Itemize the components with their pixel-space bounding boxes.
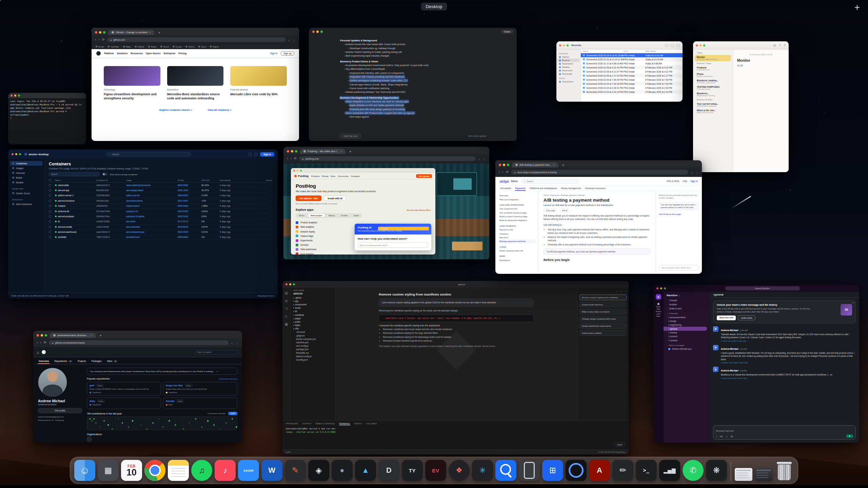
app-list-item[interactable]: Web analytics: [296, 225, 354, 229]
note-list-item[interactable]: Blueberry... Wednesday Tracking: [695, 91, 731, 98]
agent-mode-dropdown[interactable]: Agent: [614, 442, 625, 447]
cursor-position-label[interactable]: Ln 42, Col 8 UTF-8 TypeScript: [598, 451, 625, 453]
learn-more-button[interactable]: Learn more: [738, 316, 755, 320]
row-checkbox[interactable]: [49, 210, 51, 212]
row-checkbox[interactable]: [49, 220, 51, 223]
window-notes-app[interactable]: Today Monitor 11:03 No additional text P…: [693, 41, 789, 172]
posthog-logo[interactable]: PostHog: [294, 175, 309, 178]
panel-tab[interactable]: Output: [302, 422, 311, 425]
repo-card[interactable]: Keep-Live-Cart Public Instant keep-alive…: [163, 382, 237, 395]
finder-file-row[interactable]: Screenshot 2025-02-05 at 7.45.09 PM PNG …: [581, 78, 683, 82]
zoom-icon[interactable]: [45, 334, 47, 337]
bookmark-item[interactable]: Linear: [173, 45, 181, 48]
file-tree-item[interactable]: tsconfig.json: [291, 358, 335, 361]
window-posthog[interactable]: PostHog - We make dev t... posthog.com P…: [283, 147, 489, 260]
docker-sidebar-item[interactable]: Add Extensions: [10, 202, 43, 206]
sign-up-button[interactable]: Sign up: [281, 51, 294, 56]
note-list-item[interactable]: Monitor 11:03 No additional text: [695, 55, 731, 61]
app-list-item[interactable]: Product analytics: [296, 220, 354, 225]
forward-icon[interactable]: [502, 170, 503, 174]
docs-header-link[interactable]: Help: [683, 180, 687, 182]
attach-icon[interactable]: +: [716, 435, 717, 438]
chat-history-item[interactable]: Change badge contained dark mode: [579, 316, 627, 322]
edit-profile-button[interactable]: Edit profile: [38, 408, 82, 413]
channel-item[interactable]: general: [664, 327, 707, 330]
avatar[interactable]: A: [713, 367, 718, 372]
docker-sidebar-item[interactable]: Containers: [10, 161, 43, 166]
file-tree-item[interactable]: .env.local: [291, 330, 335, 334]
file-tree-item[interactable]: styles: [291, 324, 335, 327]
minimize-icon[interactable]: [660, 287, 662, 289]
posthog-nav-item[interactable]: Docs: [331, 175, 335, 177]
forward-icon[interactable]: [290, 157, 291, 160]
bookmark-item[interactable]: Notion: [185, 45, 194, 48]
row-checkbox[interactable]: [49, 194, 51, 197]
collapse-icon[interactable]: ⌄: [616, 290, 618, 293]
channels-section-label[interactable]: Channels: [664, 310, 710, 315]
address-bar[interactable]: github.com: [107, 37, 285, 42]
thread-reply-link[interactable]: 1 reply Last reply 5 days ago: [721, 340, 856, 342]
ask-docs-input[interactable]: [659, 265, 699, 270]
rail-item[interactable]: Activity: [656, 310, 661, 312]
dock-icon[interactable]: ▂▅▇: [659, 460, 680, 481]
container-row[interactable]: protocol-db 4074ab076b0 postgres:15 5433…: [49, 209, 274, 214]
share-icon[interactable]: [779, 44, 781, 47]
message-input[interactable]: [716, 430, 853, 432]
avatar[interactable]: A: [713, 326, 718, 332]
reload-icon[interactable]: [506, 170, 509, 174]
window-code-editor[interactable]: aerovd ▤ ◎ ⌥ ▷ ▦ EXPLORER AEROVD .github…: [282, 281, 629, 454]
profile-tab[interactable]: Repositories6: [54, 359, 73, 364]
dock-icon[interactable]: ✆: [683, 460, 704, 481]
dock-icon[interactable]: [566, 460, 587, 481]
row-actions-menu-icon[interactable]: ⋮: [248, 231, 274, 233]
rail-item[interactable]: Later: [656, 313, 660, 315]
notes-chat-input[interactable]: Don't be cool: [339, 134, 361, 139]
close-icon[interactable]: [12, 153, 14, 155]
emoji-icon[interactable]: ☺: [726, 435, 728, 438]
minimize-icon[interactable]: [503, 164, 505, 166]
dock-icon[interactable]: ❋: [706, 460, 727, 481]
posthog-nav-item[interactable]: Company: [351, 175, 360, 177]
docs-sidebar-item[interactable]: CORE PAYMENTS: [497, 224, 536, 228]
back-icon[interactable]: [37, 341, 38, 344]
message-composer[interactable]: + Aa ☺ @ ➤: [713, 425, 856, 440]
minimize-icon[interactable]: [14, 95, 16, 97]
reload-icon[interactable]: [294, 157, 297, 160]
notifications-icon[interactable]: [249, 153, 252, 156]
note-list-item[interactable]: Today: [695, 51, 731, 55]
app-list-item[interactable]: Session replay: [296, 229, 354, 234]
new-tab-button[interactable]: [348, 148, 353, 154]
plan-tab[interactable]: Scale: [351, 214, 361, 217]
run-debug-icon[interactable]: ▷: [285, 314, 288, 318]
dms-section-label[interactable]: Direct messages: [664, 342, 710, 347]
git-branch-label[interactable]: main*: [286, 451, 291, 453]
docker-sidebar-item[interactable]: Docker Scout: [10, 191, 43, 196]
app-list-item[interactable]: Surveys: [296, 243, 354, 247]
docs-sidebar-item[interactable]: Plan your integration: [497, 197, 536, 201]
customize-pins-link[interactable]: Customize your pins: [219, 378, 237, 380]
zoom-icon[interactable]: [703, 44, 705, 46]
more-icon[interactable]: ⋯: [624, 290, 627, 293]
docs-sidebar-item[interactable]: Payment Links: [497, 228, 536, 231]
ask-ai-link[interactable]: Ask AI about this page: [659, 213, 699, 215]
minimize-icon[interactable]: [291, 150, 293, 152]
address-bar[interactable]: posthog.com: [299, 156, 476, 161]
minimized-window-thumbnail[interactable]: [735, 468, 752, 481]
new-tab-button[interactable]: [561, 162, 566, 168]
forward-icon[interactable]: [40, 341, 41, 344]
close-icon[interactable]: [559, 44, 561, 46]
get-started-free-button[interactable]: Get started - free: [296, 196, 321, 201]
close-icon[interactable]: [287, 150, 289, 152]
plan-tab[interactable]: Growth: [338, 214, 350, 217]
row-actions-menu-icon[interactable]: ⋮: [248, 199, 274, 202]
dock-icon[interactable]: [519, 460, 540, 481]
zoom-icon[interactable]: [567, 44, 569, 46]
search-icon[interactable]: ◎: [285, 299, 288, 303]
panel-tab[interactable]: Problems: [286, 422, 298, 425]
dock-icon[interactable]: ◈: [308, 460, 329, 481]
row-actions-menu-icon[interactable]: ⋮: [248, 189, 274, 192]
browser-tab[interactable]: PostHog - We make dev t...: [300, 149, 345, 154]
chat-history-item[interactable]: Update dashboard cards layout: [579, 323, 627, 329]
bookmark-item[interactable]: Gmail: [96, 45, 104, 48]
dock-icon[interactable]: [495, 460, 516, 481]
